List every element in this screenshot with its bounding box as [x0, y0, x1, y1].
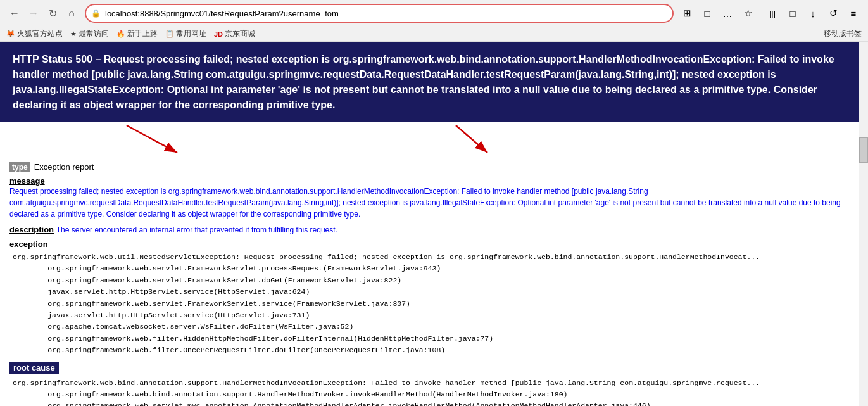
- page-content: HTTP Status 500 – Request processing fai…: [0, 42, 868, 406]
- root-cause-line: org.springframework.web.bind.annotation.…: [13, 377, 859, 389]
- jd-icon: JD: [214, 30, 223, 38]
- svg-line-2: [127, 125, 177, 153]
- root-cause-line: org.springframework.web.bind.annotation.…: [13, 389, 859, 400]
- stacktrace-line: javax.servlet.http.HttpServlet.service(H…: [13, 286, 859, 298]
- type-row: type Exception report: [9, 162, 859, 172]
- scrollbar-track[interactable]: [859, 42, 868, 406]
- browser-toolbar-right: ⊞ □ … ☆ ||| □ ↓ ↺ ≡: [679, 5, 862, 22]
- annotation-area: [0, 122, 868, 157]
- address-bar-wrapper: 🔒: [85, 4, 674, 23]
- mobile-bookmarks-label: 移动版书签: [824, 29, 862, 38]
- error-header: HTTP Status 500 – Request processing fai…: [0, 42, 868, 122]
- nav-buttons: ← → ↻ ⌂: [6, 5, 80, 22]
- bookmark-frequent-label: 最常访问: [79, 29, 109, 39]
- stacktrace-line: org.apache.tomcat.websocket.server.WsFil…: [13, 321, 859, 333]
- screenshot-button[interactable]: □: [699, 5, 715, 22]
- description-label: description: [9, 225, 54, 234]
- stacktrace-line: org.springframework.web.filter.OncePerRe…: [13, 345, 859, 356]
- bookmark-beginner[interactable]: 🔥 新手上路: [116, 29, 158, 39]
- refresh-button[interactable]: ↻: [44, 5, 61, 22]
- stacktrace: org.springframework.web.util.NestedServl…: [9, 251, 859, 357]
- root-cause-line: org.springframework.web.servlet.mvc.anno…: [13, 400, 859, 406]
- bookmark-common-label: 常用网址: [176, 29, 206, 39]
- bookmark-button[interactable]: ☆: [739, 5, 756, 22]
- type-value: Exception report: [34, 162, 94, 172]
- bookmark-frequent[interactable]: ★ 最常访问: [70, 29, 109, 39]
- bookmark-common[interactable]: 📋 常用网址: [165, 29, 206, 39]
- root-cause-section: root cause org.springframework.web.bind.…: [9, 357, 859, 406]
- huhu-icon: 🦊: [6, 30, 15, 38]
- stacktrace-line: org.springframework.web.servlet.Framewor…: [13, 298, 859, 310]
- home-button[interactable]: ⌂: [63, 5, 80, 22]
- root-cause-badge: root cause: [9, 362, 59, 374]
- separator: [760, 7, 760, 20]
- fire-icon: 🔥: [116, 30, 125, 38]
- stacktrace-line: org.springframework.web.servlet.Framewor…: [13, 263, 859, 274]
- back-button[interactable]: ←: [6, 5, 23, 22]
- bookmark-jd-label: 京东商城: [225, 29, 255, 39]
- bookmark-huhu-label: 火狐官方站点: [17, 29, 63, 39]
- exception-section: exception org.springframework.web.util.N…: [9, 239, 859, 357]
- exception-label: exception: [9, 239, 859, 249]
- root-cause-stacktrace: org.springframework.web.bind.annotation.…: [9, 377, 859, 406]
- bookmarks-bar: 🦊 火狐官方站点 ★ 最常访问 🔥 新手上路 📋 常用网址 JD 京东商城 移动…: [0, 27, 868, 42]
- browser-chrome: ← → ↻ ⌂ 🔒 ⊞ □ … ☆ ||| □ ↓ ↺ ≡ 🦊 火狐官方站点: [0, 0, 868, 42]
- address-bar[interactable]: [85, 4, 674, 23]
- scrollbar-thumb[interactable]: [859, 137, 868, 163]
- bookmarks-right[interactable]: 移动版书签: [824, 29, 862, 39]
- lock-icon: 🔒: [91, 9, 101, 18]
- sync-button[interactable]: ↺: [825, 5, 841, 22]
- bookmark-huhu[interactable]: 🦊 火狐官方站点: [6, 29, 63, 39]
- description-value: The server encountered an internal error…: [56, 225, 337, 234]
- stacktrace-line: org.springframework.web.servlet.Framewor…: [13, 275, 859, 286]
- svg-line-3: [456, 125, 487, 153]
- stacktrace-line: javax.servlet.http.HttpServlet.service(H…: [13, 310, 859, 321]
- message-text: Request processing failed; nested except…: [9, 186, 859, 220]
- bookmark-icon: 📋: [165, 30, 174, 38]
- message-label: message: [9, 176, 45, 186]
- stacktrace-line: org.springframework.web.filter.HiddenHtt…: [13, 333, 859, 345]
- grid-icon-button[interactable]: ⊞: [679, 5, 695, 22]
- message-section: message Request processing failed; neste…: [9, 176, 859, 220]
- error-body: type Exception report message Request pr…: [0, 157, 868, 406]
- type-badge: type: [9, 162, 30, 172]
- bookmark-beginner-label: 新手上路: [127, 29, 158, 39]
- more-button[interactable]: …: [719, 5, 736, 22]
- description-section: description The server encountered an in…: [9, 225, 859, 234]
- message-content: Request processing failed; nested except…: [9, 187, 841, 219]
- download-button[interactable]: ↓: [805, 5, 821, 22]
- star-icon: ★: [70, 30, 77, 38]
- menu-button[interactable]: ≡: [845, 5, 862, 22]
- bookmark-jd[interactable]: JD 京东商城: [214, 29, 255, 39]
- reader-button[interactable]: □: [784, 5, 801, 22]
- forward-button[interactable]: →: [25, 5, 42, 22]
- sidebar-button[interactable]: |||: [764, 5, 781, 22]
- error-title: HTTP Status 500 – Request processing fai…: [13, 54, 834, 110]
- annotation-svg: [0, 122, 868, 157]
- browser-titlebar: ← → ↻ ⌂ 🔒 ⊞ □ … ☆ ||| □ ↓ ↺ ≡: [0, 0, 868, 27]
- stacktrace-line: org.springframework.web.util.NestedServl…: [13, 251, 859, 263]
